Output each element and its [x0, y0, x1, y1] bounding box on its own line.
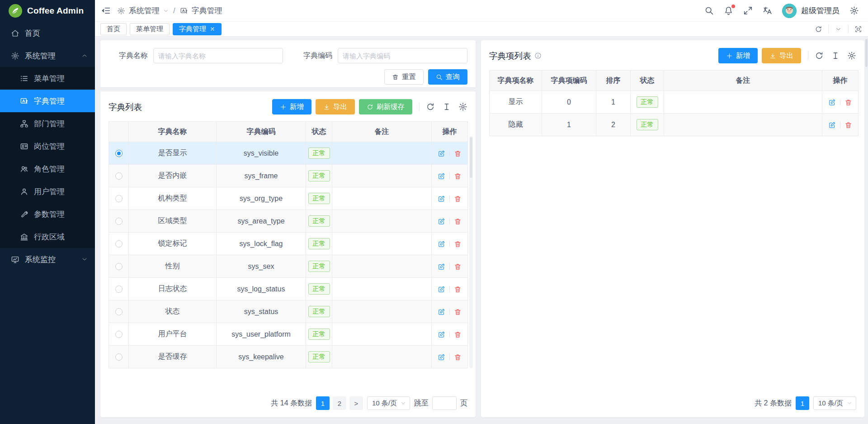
bell-icon[interactable] [724, 6, 733, 15]
edit-icon[interactable] [438, 263, 445, 271]
edit-icon[interactable] [438, 308, 445, 316]
refresh-icon[interactable] [426, 102, 435, 111]
delete-icon[interactable] [454, 286, 462, 293]
delete-icon[interactable] [454, 353, 462, 361]
table-row[interactable]: 是否显示sys_visible正常 [109, 142, 468, 165]
sidebar-item-dept[interactable]: 部门管理 [0, 112, 95, 135]
sidebar-item[interactable]: 首页 [0, 22, 95, 44]
table-row[interactable]: 是否内嵌sys_frame正常 [109, 165, 468, 187]
export-button[interactable]: 导出 [762, 48, 801, 63]
reset-button[interactable]: 重置 [384, 69, 424, 85]
delete-icon[interactable] [454, 331, 462, 338]
edit-icon[interactable] [438, 172, 445, 180]
chevron-down-icon[interactable] [163, 8, 169, 14]
table-row[interactable]: 机构类型sys_org_type正常 [109, 187, 468, 210]
sidebar-item-user[interactable]: 用户管理 [0, 180, 95, 203]
page-button[interactable]: 2 [333, 396, 346, 410]
info-icon[interactable] [534, 52, 542, 59]
refresh-icon[interactable] [815, 51, 824, 60]
delete-icon[interactable] [454, 308, 462, 316]
delete-icon[interactable] [844, 99, 852, 106]
page-button[interactable]: 1 [796, 396, 809, 410]
table-row[interactable]: 隐藏12正常 [490, 114, 859, 136]
edit-icon[interactable] [438, 353, 445, 361]
row-radio[interactable] [115, 308, 123, 315]
next-page-button[interactable]: > [349, 396, 363, 410]
translate-icon[interactable] [763, 6, 772, 15]
add-button[interactable]: 新增 [272, 99, 311, 114]
gear-icon[interactable] [849, 6, 859, 15]
query-button[interactable]: 查询 [428, 69, 467, 85]
page-size-select[interactable]: 10 条/页 [813, 396, 856, 410]
gear-icon[interactable] [458, 102, 467, 111]
edit-icon[interactable] [438, 286, 445, 293]
delete-icon[interactable] [454, 218, 462, 225]
table-row[interactable]: 状态sys_status正常 [109, 300, 468, 323]
maximize-icon[interactable] [848, 24, 868, 33]
delete-icon[interactable] [454, 263, 462, 271]
export-button[interactable]: 导出 [316, 99, 355, 114]
jump-page-input[interactable] [432, 396, 457, 410]
page-size-select[interactable]: 10 条/页 [367, 396, 410, 410]
sidebar-item-param[interactable]: 参数管理 [0, 203, 95, 225]
row-radio[interactable] [115, 150, 123, 157]
table-row[interactable]: 性别sys_sex正常 [109, 255, 468, 278]
row-radio[interactable] [115, 195, 123, 202]
breadcrumb-item[interactable]: 系统管理 [129, 5, 160, 16]
dict-code-input[interactable] [338, 48, 467, 63]
tab-字典管理[interactable]: 字典管理 [173, 23, 222, 35]
app-logo[interactable]: Coffee Admin [0, 0, 95, 22]
table-row[interactable]: 显示01正常 [490, 91, 859, 114]
refresh-cache-button[interactable]: 刷新缓存 [359, 99, 412, 114]
row-radio[interactable] [115, 331, 123, 338]
search-icon[interactable] [704, 6, 714, 15]
table-row[interactable]: 日志状态sys_log_status正常 [109, 278, 468, 300]
row-radio[interactable] [115, 240, 123, 248]
delete-icon[interactable] [454, 150, 462, 157]
chevron-down-icon[interactable] [828, 24, 848, 33]
row-radio[interactable] [115, 353, 123, 361]
sidebar-item-menu-list[interactable]: 菜单管理 [0, 67, 95, 90]
edit-icon[interactable] [438, 218, 445, 225]
sidebar-item-region[interactable]: 行政区域 [0, 225, 95, 248]
sidebar-item[interactable]: 系统管理 [0, 44, 95, 67]
add-button[interactable]: 新增 [718, 48, 758, 63]
row-radio[interactable] [115, 286, 123, 293]
text-height-icon[interactable] [831, 51, 840, 60]
table-row[interactable]: 锁定标记sys_lock_flag正常 [109, 233, 468, 255]
edit-icon[interactable] [828, 99, 836, 106]
delete-icon[interactable] [844, 121, 852, 129]
delete-icon[interactable] [454, 195, 462, 203]
delete-icon[interactable] [454, 240, 462, 248]
table-row[interactable]: 区域类型sys_area_type正常 [109, 210, 468, 233]
edit-icon[interactable] [438, 331, 445, 338]
page-button[interactable]: 1 [316, 396, 330, 410]
edit-icon[interactable] [438, 240, 445, 248]
close-icon[interactable] [210, 26, 215, 32]
sidebar-item-post[interactable]: 岗位管理 [0, 135, 95, 157]
fullscreen-icon[interactable] [743, 6, 753, 15]
table-row[interactable]: 用户平台sys_user_platform正常 [109, 323, 468, 346]
text-height-icon[interactable] [442, 102, 451, 111]
tab-首页[interactable]: 首页 [100, 23, 127, 35]
edit-icon[interactable] [828, 121, 836, 129]
window-scrollbar[interactable] [865, 39, 868, 67]
sidebar-item-dict[interactable]: 字典管理 [0, 90, 95, 112]
sidebar-item[interactable]: 系统监控 [0, 248, 95, 271]
breadcrumb-item[interactable]: 字典管理 [192, 5, 222, 16]
edit-icon[interactable] [438, 150, 445, 157]
delete-icon[interactable] [454, 172, 462, 180]
refresh-icon[interactable] [808, 24, 828, 33]
dict-name-input[interactable] [153, 48, 283, 63]
table-row[interactable]: 是否缓存sys_keepalive正常 [109, 346, 468, 368]
row-radio[interactable] [115, 263, 123, 270]
user-menu[interactable]: 超级管理员 [782, 4, 840, 18]
table-scrollbar[interactable] [469, 136, 473, 368]
sidebar-item-role[interactable]: 角色管理 [0, 157, 95, 180]
collapse-sidebar-icon[interactable] [101, 6, 111, 15]
edit-icon[interactable] [438, 195, 445, 203]
row-radio[interactable] [115, 218, 123, 225]
gear-icon[interactable] [847, 51, 856, 60]
tab-菜单管理[interactable]: 菜单管理 [130, 23, 170, 35]
row-radio[interactable] [115, 172, 123, 180]
